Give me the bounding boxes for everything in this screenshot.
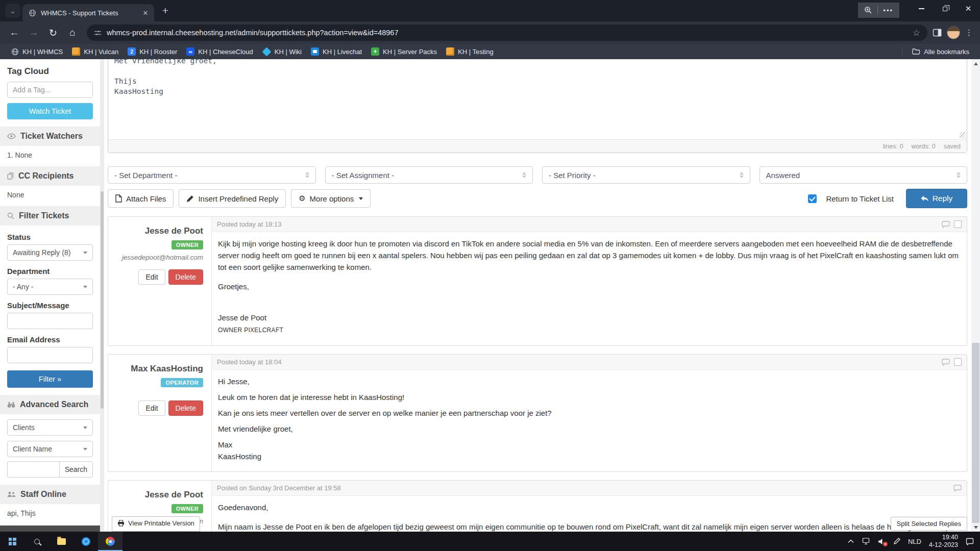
bookmark-whmcs[interactable]: KH | WHMCS <box>6 46 67 57</box>
bookmark-server-packs[interactable]: + KH | Server Packs <box>366 46 442 57</box>
bookmarks-divider <box>902 47 902 56</box>
page-scrollbar[interactable] <box>971 59 980 532</box>
tab-search-button[interactable]: ⌄ <box>5 4 20 18</box>
scrollbar-thumb[interactable] <box>972 343 979 523</box>
select-reply-checkbox[interactable] <box>954 358 962 366</box>
network-icon[interactable] <box>862 538 870 545</box>
posted-bar: Posted on Sunday 3rd December at 19:58 <box>212 481 967 496</box>
file-explorer-button[interactable] <box>49 532 74 551</box>
reply-button[interactable]: Reply <box>906 189 967 208</box>
bookmark-star-icon[interactable]: ☆ <box>913 28 924 38</box>
sidebar-scrollbar[interactable] <box>100 59 104 532</box>
filter-tickets-header[interactable]: Filter Tickets <box>0 206 100 226</box>
status-select[interactable]: Awaiting Reply (8) <box>7 244 93 261</box>
message-paragraph: Met vriendelijke groet, <box>218 423 961 435</box>
url-text[interactable]: whmcs-prod.internal.cheesehosting.net/ad… <box>107 29 908 37</box>
ticket-status-select[interactable]: Answered <box>760 166 968 184</box>
department-label: Department <box>7 267 93 276</box>
minimise-sidebar-button[interactable]: « Minimise Sidebar <box>0 525 100 532</box>
view-printable-version-button[interactable]: View Printable Version <box>112 516 200 532</box>
delete-reply-button[interactable]: Delete <box>168 269 203 285</box>
search-field-select[interactable]: Client Name <box>7 441 93 457</box>
set-priority-select[interactable]: - Set Priority - <box>542 166 750 184</box>
clock-app-button[interactable] <box>74 532 98 551</box>
all-bookmarks-button[interactable]: Alle bookmarks <box>908 46 974 57</box>
forward-button[interactable]: → <box>24 23 43 42</box>
insert-predefined-reply-button[interactable]: Insert Predefined Reply <box>179 189 286 208</box>
advanced-search-input[interactable] <box>7 461 59 478</box>
return-to-ticket-list-checkbox[interactable] <box>808 194 817 203</box>
reply-textarea[interactable]: Met vriendelijke groet, Thijs KaasHostin… <box>108 59 967 139</box>
profile-avatar[interactable] <box>947 26 960 39</box>
edit-reply-button[interactable]: Edit <box>138 400 165 416</box>
bookmark-rooster[interactable]: 2 KH | Rooster <box>123 46 182 57</box>
bookmark-testing[interactable]: KH | Testing <box>442 46 498 57</box>
clock-icon <box>82 537 90 546</box>
comment-bubble-icon[interactable] <box>942 221 950 228</box>
attach-files-button[interactable]: Attach Files <box>108 189 174 208</box>
subject-message-input[interactable] <box>7 313 93 329</box>
department-select[interactable]: - Any - <box>7 279 93 295</box>
filter-button[interactable]: Filter » <box>7 370 93 388</box>
posted-timestamp: Posted on Sunday 3rd December at 19:58 <box>217 484 341 492</box>
window-minimize-button[interactable] <box>910 0 933 17</box>
bookmark-wiki[interactable]: KH | Wiki <box>258 46 306 57</box>
volume-muted-icon[interactable]: ✕ <box>878 538 886 545</box>
window-restore-button[interactable] <box>933 0 957 17</box>
side-panel-icon[interactable] <box>933 28 942 37</box>
tray-expand-icon[interactable] <box>848 539 854 543</box>
windows-logo-icon <box>9 538 16 545</box>
posted-timestamp: Posted today at 18:04 <box>217 358 281 366</box>
back-button[interactable]: ← <box>5 23 23 42</box>
pen-icon[interactable] <box>893 538 900 545</box>
cc-recipients-header[interactable]: CC Recipients <box>0 166 100 186</box>
tab-close-icon[interactable]: ✕ <box>141 8 150 17</box>
watch-ticket-button[interactable]: Watch Ticket <box>7 103 93 119</box>
email-address-input[interactable] <box>7 347 93 363</box>
select-arrows-icon <box>305 172 309 178</box>
new-tab-button[interactable]: + <box>158 4 173 18</box>
search-type-select[interactable]: Clients <box>7 419 93 436</box>
notification-center-icon[interactable] <box>966 538 974 545</box>
set-assignment-select[interactable]: - Set Assignment - <box>325 166 533 184</box>
reload-button[interactable]: ↻ <box>44 23 62 42</box>
bookmark-cheesecloud[interactable]: ∞ KH | CheeseCloud <box>182 46 257 57</box>
start-button[interactable] <box>0 532 24 551</box>
delete-reply-button[interactable]: Delete <box>168 400 203 416</box>
staff-online-header[interactable]: Staff Online <box>0 485 100 504</box>
bookmark-vulcan[interactable]: KH | Vulcan <box>67 46 123 57</box>
windows-taskbar: ✕ NLD 19:40 4-12-2023 <box>0 532 980 551</box>
scroll-up-arrow[interactable] <box>971 59 980 68</box>
advanced-search-header[interactable]: Advanced Search <box>0 395 100 414</box>
address-bar[interactable]: whmcs-prod.internal.cheesehosting.net/ad… <box>87 24 927 41</box>
add-tag-input[interactable] <box>7 82 93 98</box>
site-info-icon[interactable] <box>94 29 102 37</box>
more-options-button[interactable]: ⚙ More options <box>291 189 371 208</box>
return-to-ticket-list-label: Return to Ticket List <box>826 194 894 203</box>
home-button[interactable]: ⌂ <box>63 23 82 42</box>
zoom-widget[interactable]: ••• <box>858 3 899 18</box>
cheese-favicon-icon <box>446 47 454 56</box>
bookmark-label: KH | CheeseCloud <box>198 48 253 56</box>
comment-bubble-icon[interactable] <box>942 359 950 366</box>
window-close-button[interactable]: ✕ <box>957 0 980 17</box>
keyboard-language[interactable]: NLD <box>908 538 921 545</box>
browser-menu-icon[interactable]: ⋮ <box>965 28 973 37</box>
pencil-icon <box>186 195 194 203</box>
taskbar-search-button[interactable] <box>24 532 49 551</box>
chrome-taskbar-button[interactable] <box>98 532 122 551</box>
message-paragraph: Goedenavond, <box>218 502 961 513</box>
comment-bubble-icon[interactable] <box>953 485 962 492</box>
zoom-widget-menu-icon[interactable]: ••• <box>883 7 893 14</box>
set-department-select[interactable]: - Set Department - <box>108 166 316 184</box>
bookmark-livechat[interactable]: KH | Livechat <box>306 46 366 57</box>
advanced-search-button[interactable]: Search <box>59 461 93 478</box>
edit-reply-button[interactable]: Edit <box>138 269 165 285</box>
split-selected-replies-button[interactable]: Split Selected Replies <box>891 517 967 531</box>
select-reply-checkbox[interactable] <box>954 220 962 228</box>
scroll-down-arrow[interactable] <box>971 523 980 532</box>
browser-tab[interactable]: WHMCS - Support Tickets ✕ <box>22 4 154 21</box>
taskbar-clock[interactable]: 19:40 4-12-2023 <box>929 534 958 549</box>
ticket-watchers-header[interactable]: Ticket Watchers <box>0 127 100 146</box>
textarea-resize-handle[interactable] <box>960 132 966 138</box>
